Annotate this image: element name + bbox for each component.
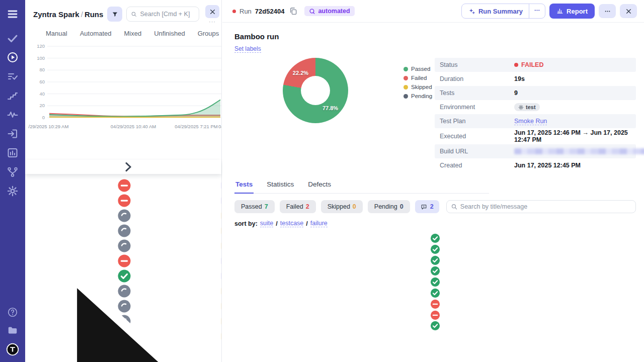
report-chart-icon [556, 8, 564, 15]
sort-by-failure[interactable]: failure [310, 220, 328, 227]
run-row[interactable]: Manual tests at 13 Jun 2025 12:13 748 te… [25, 329, 221, 344]
sidebar-item-help-icon[interactable] [7, 307, 18, 318]
test-row[interactable]: @first Create Todos... Todos containing … [234, 265, 636, 277]
sidebar [0, 0, 25, 362]
sidebar-item-menu-icon[interactable] [7, 8, 19, 20]
status-failed-icon [234, 310, 636, 321]
runs-tab-automated[interactable]: Automated [80, 30, 112, 37]
test-row[interactable]: @first Create Todos... Footer should be … [234, 320, 636, 331]
close-icon [209, 9, 216, 15]
milestone-folder-row[interactable]: Bravo milestone 124 tests33 runs [25, 160, 221, 174]
copy-run-id-button[interactable] [289, 7, 298, 16]
run-detail-tabs: TestsStatisticsDefects [234, 180, 489, 194]
sidebar-item-tests-check-icon[interactable] [7, 32, 19, 44]
sidebar-item-branches-icon[interactable] [7, 166, 19, 178]
legend-label: Pending [411, 93, 432, 99]
test-row[interactable]: @first Create Todos... Create multiple t… [234, 244, 636, 255]
detail-row: Tests9 [435, 86, 636, 100]
runs-search-input[interactable] [140, 11, 195, 18]
filter-count: 0 [400, 203, 404, 210]
tab-statistics[interactable]: Statistics [266, 180, 295, 193]
report-button[interactable]: Report [549, 4, 595, 19]
run-details-table: StatusFAILEDDuration19sTests9Environment… [435, 58, 636, 172]
set-labels-link[interactable]: Set labels [234, 45, 261, 53]
donut-slice-label: 22.2% [293, 70, 308, 76]
more-actions-button[interactable] [599, 4, 616, 18]
test-row[interactable]: @first Create Todos... Text input should… [234, 299, 636, 310]
status-finished-icon [31, 299, 217, 314]
test-plan-link[interactable]: Smoke Run [514, 118, 547, 125]
sidebar-item-analytics-pulse-icon[interactable] [7, 109, 19, 121]
tab-tests[interactable]: Tests [234, 180, 254, 194]
sidebar-item-import-icon[interactable] [7, 128, 19, 140]
run-row[interactable]: Automated tests at 15 Jun 2025 15:01 fro… [25, 268, 221, 284]
test-row[interactable]: @first Create Todos... Todos containing … [234, 255, 636, 266]
sidebar-bottom-nav [6, 307, 19, 356]
manual-run-icon [221, 226, 221, 235]
test-row[interactable]: @first Create Todos... Create a new todo… [234, 233, 636, 244]
clipboard-icon [639, 310, 644, 321]
sidebar-item-reports-chart-icon[interactable] [7, 147, 19, 159]
runs-tab-mixed[interactable]: Mixed [124, 30, 142, 37]
filter-failed-pill[interactable]: Failed2 [280, 200, 316, 213]
sidebar-item-app-logo-icon[interactable] [6, 343, 19, 356]
run-row[interactable]: Teamcity run from Smoke Run 9 tests [25, 193, 221, 208]
sort-by-suite[interactable]: suite [260, 220, 273, 227]
close-icon [625, 8, 632, 15]
automated-badge[interactable]: automated [304, 6, 354, 16]
chevron-right-icon[interactable] [39, 344, 217, 359]
comments-filter-pill[interactable]: 2 [415, 200, 439, 213]
run-summary-label: Run Summary [478, 8, 523, 15]
breadcrumb-page: Runs [85, 10, 104, 19]
sidebar-item-settings-gear-icon[interactable] [7, 185, 19, 197]
runs-tab-manual[interactable]: Manual [46, 30, 67, 37]
breadcrumb-separator: / [81, 10, 83, 19]
run-row[interactable]: Manual tests at 13 Jun 2025 12:16 from C… [25, 299, 221, 314]
test-row[interactable]: @first Create Todos... Text input field … [234, 288, 636, 299]
close-run-button[interactable] [620, 4, 637, 18]
filter-button[interactable] [107, 7, 122, 22]
legend-item: Passed [404, 66, 432, 72]
close-panel-button[interactable] [205, 5, 219, 18]
run-summary-more-button[interactable] [529, 4, 545, 18]
run-row[interactable]: Manual tests at 17 Jun 2025 10:09 from p… [25, 238, 221, 253]
settings-gear-icon [7, 185, 19, 197]
test-row[interactable]: @first Create Todos... New todos should … [234, 310, 636, 321]
svg-text:100: 100 [37, 55, 45, 61]
run-summary-button[interactable]: Run Summary [462, 4, 529, 18]
app-logo-icon [6, 343, 19, 356]
chevron-right-icon[interactable] [39, 160, 217, 174]
sort-by-testcase[interactable]: testcase [280, 220, 304, 227]
run-row[interactable]: Manual tests at 13 Jun 2025 12:13 from C… [25, 314, 221, 329]
test-row[interactable]: @first Create Todos... Todos containing … [234, 277, 636, 288]
run-row[interactable]: Automated tests at 15 Jun 2025 15:08 fro… [25, 253, 221, 268]
filter-skipped-pill[interactable]: Skipped0 [321, 200, 363, 213]
milestones-steps-icon [7, 89, 19, 102]
sidebar-item-projects-folder-icon[interactable] [7, 325, 18, 336]
svg-text:0: 0 [42, 115, 45, 120]
detail-label: Created [440, 162, 514, 169]
svg-text:60: 60 [39, 79, 45, 84]
sort-separator: / [306, 220, 307, 227]
breadcrumb-project[interactable]: Zyntra Spark [33, 10, 79, 19]
tests-search-input[interactable] [460, 203, 631, 210]
status-passed-icon [31, 268, 217, 284]
run-row[interactable]: LMP-554 05/04 check Happy Path 146 tests [25, 208, 221, 223]
sidebar-item-milestones-steps-icon[interactable] [7, 89, 19, 102]
sidebar-item-runs-play-icon[interactable] [7, 51, 19, 63]
run-row[interactable]: Manual tests at 13 Jun 2025 12:17 from C… [25, 284, 221, 299]
filter-passed-pill[interactable]: Passed7 [234, 200, 275, 213]
milestone-folder-row[interactable]: Build 981 88 tests2 runs [25, 344, 221, 359]
manual-run-icon [221, 211, 221, 220]
runs-tab-groups[interactable]: Groups [198, 30, 219, 37]
run-summary-button-group: Run Summary [461, 4, 545, 19]
run-row[interactable]: Bamboo run from Smoke Run test 9 tests [25, 178, 221, 193]
clipboard-icon [639, 320, 644, 331]
runs-tab-unfinished[interactable]: Unfinished [154, 30, 185, 37]
tab-defects[interactable]: Defects [307, 180, 332, 193]
failed-status-dot [514, 63, 518, 67]
sidebar-item-test-plans-icon[interactable] [7, 70, 19, 82]
run-row[interactable]: Chat functinality test Copy from Custom … [25, 223, 221, 238]
filter-pending-pill[interactable]: Pending0 [368, 200, 410, 213]
detail-row: CreatedJun 17, 2025 12:45 PM [435, 158, 636, 172]
